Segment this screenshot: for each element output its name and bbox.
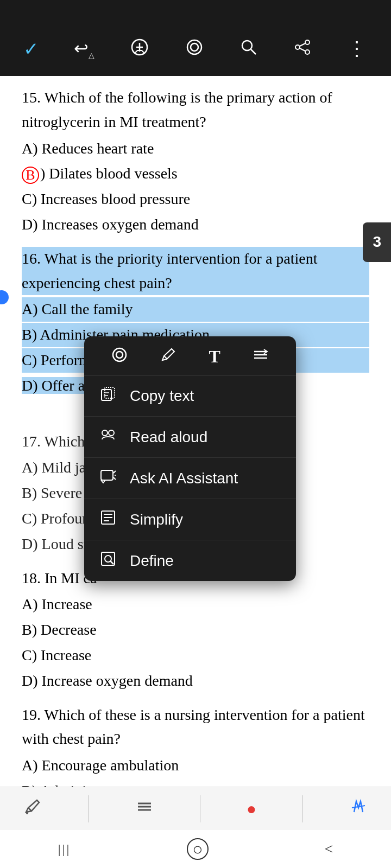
svg-point-4 (305, 40, 310, 44)
search-icon[interactable] (239, 38, 258, 60)
system-nav-bar: ||| ○ < (0, 830, 391, 868)
simplify-icon (98, 509, 118, 530)
copy-text-icon (98, 385, 118, 406)
ask-ai-label: Ask AI Assistant (130, 470, 238, 487)
q16-option-a: A) Call the family (22, 297, 369, 322)
nav-divider-3 (302, 795, 302, 822)
q15-option-b: B) Dilates blood vessels (22, 162, 369, 186)
selection-handle-left[interactable] (0, 290, 9, 304)
bottom-nav: ● (0, 787, 391, 830)
define-icon (98, 550, 118, 571)
ctx-text-icon[interactable]: T (209, 347, 220, 367)
svg-line-7 (300, 43, 305, 46)
ctx-format-icon[interactable] (252, 346, 269, 367)
layers-icon[interactable] (185, 37, 204, 61)
simplify-label: Simplify (130, 511, 183, 528)
svg-point-6 (295, 45, 300, 49)
svg-point-5 (305, 50, 310, 54)
q19-option-a: A) Encourage ambulation (22, 754, 369, 778)
svg-point-1 (191, 43, 198, 51)
q15-option-d: D) Increases oxygen demand (22, 213, 369, 237)
pencil-nav-icon[interactable] (23, 797, 42, 820)
svg-point-9 (113, 348, 126, 361)
svg-line-25 (110, 561, 113, 564)
svg-point-16 (102, 430, 108, 436)
simplify-item[interactable]: Simplify (84, 499, 296, 540)
define-label: Define (130, 552, 174, 570)
read-aloud-label: Read aloud (130, 429, 207, 446)
svg-line-3 (251, 49, 256, 54)
share-icon[interactable] (293, 38, 312, 60)
svg-point-10 (116, 352, 123, 358)
copy-text-item[interactable]: Copy text (84, 375, 296, 417)
top-toolbar: ✓ ↩△ ⋮ (0, 22, 391, 76)
context-menu: T Copy text (84, 336, 296, 581)
q15-text: 15. Which of the following is the primar… (22, 86, 369, 135)
circle-b: B (22, 167, 39, 184)
undo-icon[interactable]: ↩△ (74, 38, 94, 60)
highlight-icon[interactable] (130, 37, 149, 61)
q18-option-c: C) Increase (22, 643, 369, 668)
recent-apps-button[interactable]: ||| (58, 842, 71, 857)
check-icon[interactable]: ✓ (23, 38, 39, 60)
nav-divider-1 (89, 795, 89, 822)
ask-ai-item[interactable]: Ask AI Assistant (84, 458, 296, 499)
page-badge: 3 (363, 222, 391, 262)
q15-option-c: C) Increases blood pressure (22, 187, 369, 212)
context-menu-icons-row: T (84, 336, 296, 375)
ask-ai-icon (98, 468, 118, 489)
svg-point-2 (242, 41, 252, 50)
read-aloud-item[interactable]: Read aloud (84, 417, 296, 458)
home-button[interactable]: ○ (187, 838, 209, 860)
copy-text-label: Copy text (130, 387, 194, 405)
menu-nav-icon[interactable] (135, 797, 154, 820)
svg-point-0 (187, 40, 201, 54)
q15-option-a: A) Reduces heart rate (22, 137, 369, 161)
q18-option-a: A) Increase (22, 592, 369, 617)
q16-text: 16. What is the priority intervention fo… (22, 247, 369, 296)
record-nav-icon[interactable]: ● (247, 800, 256, 818)
more-icon[interactable]: ⋮ (347, 37, 368, 60)
q18-option-b: B) Decrease (22, 618, 369, 642)
q18-option-d: D) Increase oxygen demand (22, 669, 369, 693)
read-aloud-icon (98, 426, 118, 448)
svg-point-26 (26, 812, 28, 814)
ai-nav-icon[interactable] (349, 797, 368, 820)
q19-text: 19. Which of these is a nursing interven… (22, 703, 369, 752)
status-bar (0, 0, 391, 22)
ctx-highlight-icon[interactable] (111, 346, 128, 367)
svg-point-17 (109, 430, 114, 436)
back-button[interactable]: < (324, 840, 333, 858)
define-item[interactable]: Define (84, 540, 296, 581)
ctx-pencil-icon[interactable] (160, 346, 177, 367)
svg-rect-18 (101, 470, 113, 480)
nav-divider-2 (200, 795, 200, 822)
svg-line-8 (300, 48, 305, 51)
question-18: 18. In MI ca A) Increase B) Decrease C) … (22, 566, 369, 693)
question-15: 15. Which of the following is the primar… (22, 86, 369, 237)
